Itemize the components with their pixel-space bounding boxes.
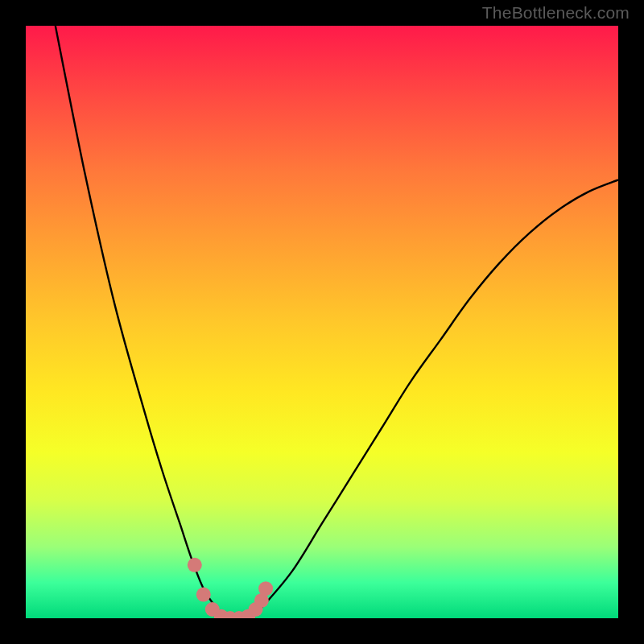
- curve-layer: [26, 26, 618, 618]
- chart-frame: TheBottleneck.com: [0, 0, 644, 644]
- bottleneck-curve-path: [56, 26, 618, 618]
- optimal-marker-dot: [188, 558, 202, 572]
- bottleneck-curve: [56, 26, 618, 618]
- optimal-marker: [188, 558, 273, 618]
- optimal-marker-dot: [258, 581, 273, 596]
- watermark-text: TheBottleneck.com: [482, 3, 630, 23]
- optimal-marker-dot: [196, 588, 211, 602]
- plot-area: [26, 26, 618, 618]
